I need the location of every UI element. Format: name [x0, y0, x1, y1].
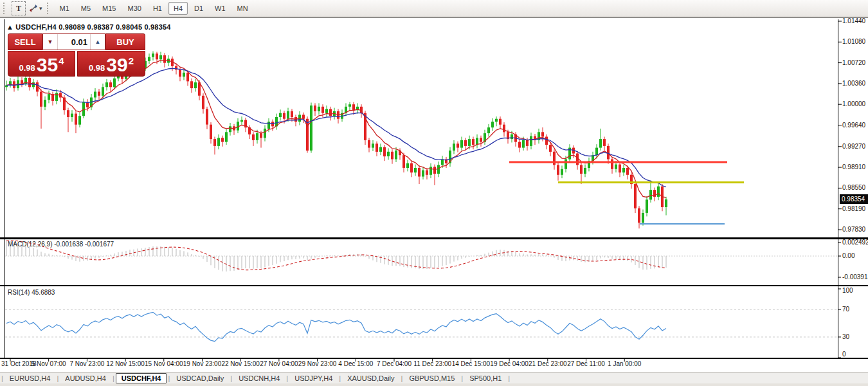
buy-price-big: 39	[106, 55, 127, 75]
tab-separator: |	[401, 374, 403, 382]
tab-separator: |	[1, 374, 3, 382]
sell-price-button[interactable]: 0.98 35 4	[8, 51, 75, 77]
chart-symbol-period: USDCHF,H4	[15, 23, 57, 31]
price-tick: 0.98910	[842, 163, 865, 170]
ohlc-low: 0.98045	[116, 23, 142, 31]
time-tick: 27 Dec 11:00	[567, 360, 605, 367]
ohlc-close: 0.98354	[144, 23, 170, 31]
timeframe-button-d1[interactable]: D1	[189, 2, 208, 15]
rsi-value: 45.6883	[32, 289, 55, 296]
price-tick: 1.00000	[842, 100, 865, 107]
timeframe-button-mn[interactable]: MN	[232, 2, 253, 15]
volume-stepper: ▼ 0.01 ▲	[42, 33, 105, 50]
tab-sp500-h1[interactable]: SP500,H1	[464, 374, 507, 383]
time-tick: 7 Nov 23:00	[69, 360, 104, 367]
buy-price-prefix: 0.98	[89, 63, 105, 73]
price-tick: 0.98550	[842, 184, 865, 191]
status-strip	[0, 383, 868, 386]
volume-input[interactable]: 0.01	[58, 34, 90, 50]
price-tick: 0.99270	[842, 143, 865, 150]
time-tick: 27 Nov 04:00	[260, 360, 298, 367]
tab-separator: |	[339, 374, 341, 382]
timeframe-button-h4[interactable]: H4	[168, 2, 188, 15]
tab-audusd-h4[interactable]: AUDUSD,H4	[60, 374, 111, 383]
rsi-tick: 70	[842, 306, 849, 313]
time-tick: 4 Dec 15:00	[338, 360, 373, 367]
macd-tick: 0.002492	[842, 239, 868, 246]
one-click-trade-panel: SELL ▼ 0.01 ▲ BUY 0.98 35 4 0.98 39 2	[8, 33, 145, 77]
time-tick: 21 Dec 23:00	[529, 360, 567, 367]
tab-separator: |	[286, 374, 288, 382]
buy-price-pip: 2	[129, 55, 134, 66]
rsi-tick: 100	[842, 287, 853, 294]
volume-decrease-button[interactable]: ▼	[43, 34, 58, 50]
ohlc-open: 0.98089	[59, 23, 85, 31]
tab-gbpusd-m15[interactable]: GBPUSD,M15	[404, 374, 460, 383]
ohlc-high: 0.98387	[87, 23, 114, 31]
rsi-label: RSI(14) 45.6883	[8, 289, 55, 296]
timeframe-buttons: M1M5M15M30H1H4D1W1MN	[54, 2, 254, 15]
time-tick: 7 Dec 04:00	[377, 360, 411, 367]
tab-xauusd-daily[interactable]: XAUUSD,Daily	[342, 374, 399, 383]
time-tick: 1 Jan 00:00	[608, 360, 641, 367]
current-price-tag: 0.98354	[840, 194, 868, 204]
rsi-tick: 30	[842, 333, 849, 340]
toolbar-grip[interactable]	[3, 3, 7, 14]
tab-separator: |	[461, 374, 463, 382]
mt4-window: { "toolbar": { "text_tool_label": "T", "…	[0, 0, 868, 386]
tab-usdcnh-h4[interactable]: USDCNH,H4	[233, 374, 285, 383]
time-tick: 19 Nov 23:00	[183, 360, 222, 367]
time-tick: 5 Nov 07:00	[32, 360, 66, 367]
sell-button[interactable]: SELL	[8, 33, 42, 50]
rsi-tick: 0	[842, 351, 846, 358]
macd-label: MACD(12,26,9) -0.001638 -0.001677	[8, 241, 114, 248]
text-tool-button[interactable]: T	[12, 1, 26, 15]
time-tick: 14 Dec 15:00	[452, 360, 491, 367]
time-tick: 12 Nov 15:00	[106, 360, 145, 367]
sell-price-pip: 4	[59, 55, 64, 66]
toolbar: T ▾ M1M5M15M30H1H4D1W1MN	[0, 0, 868, 18]
tab-usdcad-daily[interactable]: USDCAD,Daily	[171, 374, 229, 383]
time-tick: 29 Nov 23:00	[298, 360, 337, 367]
timeframe-button-w1[interactable]: W1	[210, 2, 231, 15]
price-tick: 0.98190	[842, 205, 865, 212]
price-tick: 1.01080	[842, 38, 865, 45]
price-tick: 0.99640	[842, 122, 865, 129]
tab-separator: |	[168, 374, 170, 382]
arrange-arrows-icon	[28, 3, 39, 14]
price-tick: 1.01440	[842, 17, 865, 24]
price-tick: 1.00360	[842, 80, 865, 87]
timeframe-button-m30[interactable]: M30	[123, 2, 147, 15]
macd-values: -0.001638 -0.001677	[54, 241, 114, 248]
time-tick: 15 Nov 04:00	[145, 360, 183, 367]
chart-header: ▲ USDCHF,H4 0.98089 0.98387 0.98045 0.98…	[6, 23, 171, 31]
tab-usdjpy-h4[interactable]: USDJPY,H4	[289, 374, 338, 383]
timeframe-button-m5[interactable]: M5	[76, 2, 96, 15]
timeframe-button-h1[interactable]: H1	[148, 2, 167, 15]
tab-separator: |	[508, 374, 510, 382]
price-tick: 1.00720	[842, 59, 865, 66]
tab-eurusd-h4[interactable]: EURUSD,H4	[5, 374, 56, 383]
tab-usdchf-h4[interactable]: USDCHF,H4	[116, 373, 167, 383]
price-tick: 0.97830	[842, 226, 865, 233]
chart-tab-bar: |EURUSD,H4|AUDUSD,H4|USDCHF,H4|USDCAD,Da…	[0, 372, 868, 384]
timeframe-button-m15[interactable]: M15	[97, 2, 121, 15]
macd-tick: -0.003913	[842, 273, 868, 280]
time-tick: 11 Dec 23:00	[413, 360, 451, 367]
time-tick: 19 Dec 04:00	[490, 360, 529, 367]
time-tick: 22 Nov 15:00	[221, 360, 260, 367]
arrange-arrows-button[interactable]: ▾	[28, 2, 42, 15]
buy-button[interactable]: BUY	[105, 33, 145, 50]
buy-price-button[interactable]: 0.98 39 2	[77, 51, 145, 77]
macd-tick: 0.00	[842, 252, 854, 259]
sell-price-big: 35	[37, 55, 58, 75]
collapse-panel-icon[interactable]: ▲	[6, 23, 14, 31]
timeframe-button-m1[interactable]: M1	[55, 2, 75, 15]
chevron-down-icon[interactable]: ▾	[39, 5, 42, 12]
tab-separator: |	[57, 374, 59, 382]
tab-separator: |	[230, 374, 232, 382]
tab-separator: |	[113, 374, 114, 382]
toolbar-separator	[47, 3, 51, 14]
volume-increase-button[interactable]: ▲	[90, 34, 105, 50]
sell-price-prefix: 0.98	[19, 63, 35, 73]
